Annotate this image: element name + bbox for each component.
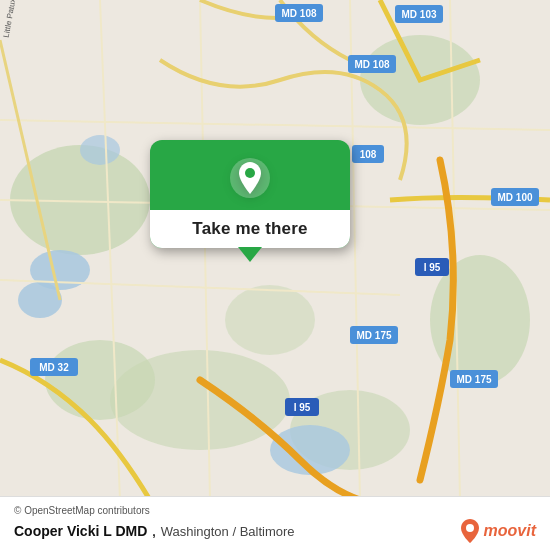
place-details: Cooper Vicki L DMD , Washington / Baltim…: [14, 522, 295, 540]
svg-text:MD 175: MD 175: [456, 374, 491, 385]
bottom-bar: © OpenStreetMap contributors Cooper Vick…: [0, 496, 550, 550]
map-container: MD 103 MD 108 MD 108 108 MD 100 I 95 I 9…: [0, 0, 550, 550]
callout-bubble[interactable]: Take me there: [150, 140, 350, 248]
svg-text:MD 32: MD 32: [39, 362, 69, 373]
svg-text:MD 103: MD 103: [401, 9, 436, 20]
svg-text:I 95: I 95: [294, 402, 311, 413]
moovit-logo: moovit: [459, 518, 536, 544]
svg-text:I 95: I 95: [424, 262, 441, 273]
svg-point-43: [466, 524, 474, 532]
svg-point-11: [80, 135, 120, 165]
svg-point-9: [18, 282, 62, 318]
location-pin-icon: [228, 156, 272, 200]
svg-text:MD 108: MD 108: [354, 59, 389, 70]
svg-point-42: [245, 168, 255, 178]
moovit-pin-icon: [459, 518, 481, 544]
place-location: Washington / Baltimore: [161, 524, 295, 539]
map-svg: MD 103 MD 108 MD 108 108 MD 100 I 95 I 9…: [0, 0, 550, 500]
callout-label[interactable]: Take me there: [150, 210, 350, 248]
attribution: © OpenStreetMap contributors: [14, 505, 536, 516]
moovit-text: moovit: [484, 522, 536, 540]
svg-text:MD 175: MD 175: [356, 330, 391, 341]
place-info: Cooper Vicki L DMD , Washington / Baltim…: [14, 518, 536, 544]
callout-icon-area: [228, 140, 272, 210]
svg-text:MD 108: MD 108: [281, 8, 316, 19]
place-name: Cooper Vicki L DMD: [14, 523, 147, 539]
svg-point-6: [45, 340, 155, 420]
place-separator: ,: [152, 522, 161, 539]
svg-text:108: 108: [360, 149, 377, 160]
svg-point-7: [225, 285, 315, 355]
svg-text:MD 100: MD 100: [497, 192, 532, 203]
